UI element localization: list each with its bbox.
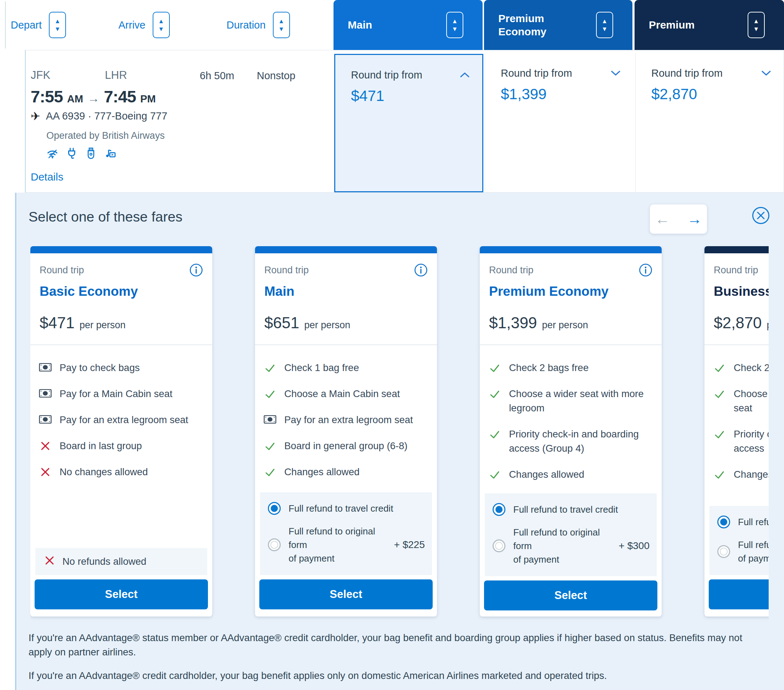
price-cell-main[interactable]: Round trip from $471: [334, 54, 483, 192]
power-icon: [66, 147, 78, 160]
sort-down-icon: ▼: [54, 26, 61, 32]
cabin-header-premium[interactable]: Premium ▲ ▼: [634, 0, 784, 50]
operated-by: Operated by British Airways: [46, 130, 165, 141]
arrive-sort-label: Arrive: [119, 19, 145, 31]
x-icon: [44, 556, 54, 568]
cabin-header-main[interactable]: Main ▲ ▼: [333, 0, 483, 50]
feature-row: Board in last group: [38, 439, 204, 453]
duration-sort-button[interactable]: ▲ ▼: [273, 12, 290, 38]
disclaimer-block: If you're an AAdvantage® status member o…: [28, 631, 760, 690]
cabin-header-premium-economy-label: Premium Economy: [498, 12, 570, 38]
feature-text: Priority check-in and boarding access: [734, 427, 769, 456]
refund-option-text: Full refund to travel credit: [288, 502, 393, 515]
sort-up-icon: ▲: [753, 18, 759, 24]
select-button[interactable]: Select: [259, 579, 433, 609]
feature-row: Check 1 bag free: [263, 361, 428, 375]
card-accent-bar: [255, 246, 437, 253]
price-cell-premium[interactable]: Round trip from $2,870: [635, 53, 784, 192]
entertainment-icon: [104, 147, 116, 160]
x-icon: [38, 439, 53, 451]
check-icon: [488, 387, 502, 399]
refund-addon-price: + $225: [391, 539, 425, 550]
radio-selected-icon[interactable]: [492, 503, 506, 516]
info-icon[interactable]: [414, 263, 428, 278]
main-sort-button[interactable]: ▲ ▼: [446, 12, 463, 38]
radio-unselected-icon[interactable]: [268, 538, 281, 551]
feature-text: Pay for an extra legroom seat: [284, 413, 413, 427]
fare-name: Premium Economy: [489, 284, 652, 299]
next-arrow-icon[interactable]: →: [687, 211, 702, 226]
radio-selected-icon[interactable]: [268, 502, 281, 515]
check-icon: [712, 361, 726, 373]
check-icon: [712, 387, 726, 399]
feature-row: Pay for an extra legroom seat: [263, 413, 428, 427]
money-icon: [263, 413, 277, 424]
info-icon[interactable]: [639, 263, 652, 278]
per-person-label: per person: [542, 320, 588, 331]
feature-text: Pay for an extra legroom seat: [59, 413, 188, 427]
feature-row: Changes allowed: [263, 465, 428, 479]
feature-text: Board in general group (6-8): [284, 439, 407, 453]
card-accent-bar: [480, 246, 662, 253]
feature-text: Check 2 bags free: [509, 361, 588, 375]
refund-option-travel-credit[interactable]: Full refund to travel credit: [717, 515, 769, 529]
sort-down-icon: ▼: [278, 26, 284, 32]
feature-row: Check 2 bags free: [712, 361, 769, 375]
refund-options: Full refund to travel credit Full refund…: [485, 494, 657, 576]
duration-sort-label: Duration: [227, 19, 266, 31]
check-icon: [263, 439, 277, 452]
details-link[interactable]: Details: [31, 171, 64, 183]
refund-option-original-payment[interactable]: Full refund to original form of payment …: [268, 525, 425, 565]
arrive-time: 7:45: [104, 87, 136, 106]
no-refunds-text: No refunds allowed: [63, 556, 146, 567]
arrow-right-icon: →: [87, 91, 99, 105]
select-button[interactable]: Select: [484, 581, 657, 611]
radio-selected-icon[interactable]: [717, 515, 730, 528]
sort-column-duration: Duration ▲ ▼: [227, 0, 290, 50]
select-button[interactable]: Select: [35, 579, 208, 609]
refund-option-travel-credit[interactable]: Full refund to travel credit: [492, 503, 649, 516]
fare-price: $1,399: [489, 314, 537, 332]
refund-option-text: Full refund to original form of payment: [288, 525, 384, 565]
refund-options: Full refund to travel credit Full refund…: [260, 492, 432, 575]
select-button[interactable]: Select: [709, 579, 769, 609]
price-cell-premium-economy-label: Round trip from: [501, 68, 572, 79]
refund-option-text: Full refund to original form of payment: [738, 538, 769, 565]
info-icon[interactable]: [189, 263, 203, 278]
usb-icon: [85, 147, 97, 160]
refund-option-original-payment[interactable]: Full refund to original form of payment: [717, 538, 769, 565]
close-icon[interactable]: [751, 206, 770, 225]
feature-text: Choose a Flagship Business seat: [734, 387, 769, 415]
chevron-up-icon: [460, 69, 470, 81]
previous-arrow-icon[interactable]: ←: [655, 211, 670, 226]
feature-row: Pay for a Main Cabin seat: [38, 387, 204, 401]
card-accent-bar: [705, 246, 769, 253]
refund-option-travel-credit[interactable]: Full refund to travel credit: [268, 502, 425, 515]
panel-title: Select one of these fares: [28, 209, 182, 225]
radio-unselected-icon[interactable]: [492, 540, 506, 552]
premium-sort-button[interactable]: ▲ ▼: [748, 12, 765, 38]
arrive-sort-button[interactable]: ▲ ▼: [153, 12, 170, 38]
no-refunds-note: No refunds allowed: [35, 548, 207, 575]
depart-sort-button[interactable]: ▲ ▼: [49, 12, 66, 38]
radio-unselected-icon[interactable]: [717, 545, 730, 558]
feature-text: Priority check-in and boarding access (G…: [509, 427, 639, 456]
feature-text: Pay to check bags: [59, 361, 140, 375]
feature-row: Pay to check bags: [38, 361, 204, 375]
cabin-header-premium-economy[interactable]: Premium Economy ▲ ▼: [484, 0, 632, 50]
feature-text: Check 1 bag free: [284, 361, 359, 375]
fare-name: Main: [264, 284, 428, 299]
check-icon: [263, 465, 277, 478]
cabin-header-premium-label: Premium: [649, 18, 695, 32]
sort-down-icon: ▼: [158, 26, 164, 32]
depart-sort-label: Depart: [11, 19, 42, 31]
price-cell-premium-economy[interactable]: Round trip from $1,399: [485, 53, 633, 192]
price-cell-premium-label: Round trip from: [651, 68, 723, 79]
price-cell-main-label: Round trip from: [351, 69, 422, 81]
premium-economy-sort-button[interactable]: ▲ ▼: [596, 12, 613, 38]
per-person-label: per person: [79, 320, 125, 331]
refund-option-original-payment[interactable]: Full refund to original form of payment …: [492, 525, 649, 566]
feature-row: Choose a Flagship Business seat: [712, 387, 769, 415]
feature-text: Changes allowed: [509, 467, 584, 482]
sort-up-icon: ▲: [54, 18, 61, 24]
